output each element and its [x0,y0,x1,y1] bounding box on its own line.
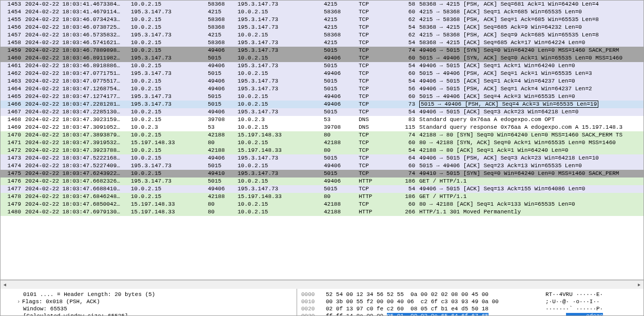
col-len: 54 [402,77,419,85]
packet-row[interactable]: 14562024-02-22 18:03:46.0738725…10.0.2.1… [1,24,643,31]
col-info: 5015 → 49406 [PSH, ACK] Seq=1 Ack=1 Win=… [419,70,643,77]
packet-row[interactable]: 14762024-02-22 18:03:47.6682326…195.3.14… [1,177,643,185]
packet-row[interactable]: 14712024-02-22 18:03:47.3919532…15.197.1… [1,139,643,147]
col-info: 58368 → 4215 [ACK] Seq=685 Ack=9 Win=642… [419,24,643,31]
col-src: 195.3.147.73 [131,54,208,62]
packet-row[interactable]: 14532024-02-22 18:03:41.4673384…10.0.2.1… [1,1,643,8]
scroll-left-icon[interactable]: ◄ [1,281,9,289]
col-proto: TCP [359,1,402,8]
col-dport: 4215 [324,39,359,47]
scroll-right-icon[interactable]: ► [635,281,643,289]
packet-row[interactable]: 14572024-02-22 18:03:46.5735832…195.3.14… [1,31,643,39]
packet-row[interactable]: 14582024-02-22 18:03:46.5741621…10.0.2.1… [1,39,643,47]
packet-row[interactable]: 14702024-02-22 18:03:47.3893879…10.0.2.1… [1,131,643,139]
col-proto: HTTP [359,193,402,201]
packet-row[interactable]: 14802024-02-22 18:03:47.6979130…15.197.1… [1,208,643,216]
col-len: 54 [402,39,419,47]
col-dst: 195.3.147.73 [238,170,324,177]
hex-ascii: ;·U··@· ·o···I·· [545,298,600,305]
col-len: 186 [402,177,419,185]
expander-icon[interactable]: › [17,298,22,305]
packet-list[interactable]: 14532024-02-22 18:03:41.4673384…10.0.2.1… [1,1,643,280]
col-info: 5015 → 49406 [ACK] Seq=4 Ack=3 Win=65535… [419,93,643,101]
col-len: 62 [402,16,419,24]
col-time: 2024-02-22 18:03:47.6243922… [25,170,131,177]
col-proto: TCP [359,47,402,54]
packet-row[interactable]: 14772024-02-22 18:03:47.6688410…10.0.2.1… [1,185,643,193]
col-info: 58368 → 4215 [PSH, ACK] Seq=681 Ack=1 Wi… [419,1,643,8]
col-dst: 10.0.2.15 [238,101,324,108]
col-dst: 10.0.2.15 [238,162,324,170]
col-len: 64 [402,154,419,162]
packet-row[interactable]: 14792024-02-22 18:03:47.6850042…15.197.1… [1,201,643,208]
hex-row[interactable]: 002002 0f 13 97 c0 fe c2 60 08 05 cf b1 … [301,305,639,312]
packet-row[interactable]: 14592024-02-22 18:03:46.7889898…10.0.2.1… [1,47,643,54]
hex-dump-pane[interactable]: 000052 54 00 12 34 56 52 55 0a 00 02 02 … [297,289,643,316]
col-dst: 15.197.148.33 [238,147,324,154]
col-dst: 195.3.147.73 [238,85,324,93]
col-info: 49406 → 5015 [PSH, ACK] Seq=3 Ack=23 Win… [419,154,643,162]
col-info: 49406 → 5015 [ACK] Seq=1 Ack=4 Win=64237… [419,77,643,85]
hex-ascii: RT··4VRU ······E· [545,291,603,298]
packet-row[interactable]: 14742024-02-22 18:03:47.5227409…195.3.14… [1,162,643,170]
col-src: 10.0.2.15 [131,16,208,24]
col-src: 10.0.2.3 [131,124,208,131]
col-info: 49406 → 5015 [PSH, ACK] Seq=1 Ack=4 Win=… [419,85,643,93]
col-dst: 195.3.147.73 [238,47,324,54]
col-time: 2024-02-22 18:03:47.3923788… [25,147,131,154]
packet-row[interactable]: 14682024-02-22 18:03:47.3023159…10.0.2.1… [1,116,643,124]
col-no: 1469 [2,124,25,131]
col-time: 2024-02-22 18:03:47.5222168… [25,154,131,162]
col-dport: 80 [324,193,359,201]
packet-row[interactable]: 14622024-02-22 18:03:47.0771751…195.3.14… [1,70,643,77]
packet-row[interactable]: 14642024-02-22 18:03:47.1268754…10.0.2.1… [1,85,643,93]
col-dport: 49406 [324,70,359,77]
col-dport: 42188 [324,208,359,216]
col-len: 54 [402,24,419,31]
packet-row[interactable]: 14662024-02-22 18:03:47.2281281…195.3.14… [1,101,643,108]
packet-row[interactable]: 14602024-02-22 18:03:46.8911982…195.3.14… [1,54,643,62]
horizontal-scrollbar[interactable]: ◄ ► [1,280,643,289]
col-time: 2024-02-22 18:03:47.1274177… [25,93,131,101]
packet-row[interactable]: 14732024-02-22 18:03:47.5222168…10.0.2.1… [1,154,643,162]
packet-row[interactable]: 14692024-02-22 18:03:47.3091052…10.0.2.3… [1,124,643,131]
detail-header-length[interactable]: 0101 .... = Header Length: 20 bytes (5) [5,291,292,298]
col-sport: 4215 [208,31,238,39]
col-time: 2024-02-22 18:03:47.6682326… [25,177,131,185]
col-dport: 5015 [324,47,359,54]
col-sport: 80 [208,201,238,208]
col-info: 49406 → 5015 [ACK] Seq=1 Ack=1 Win=64240… [419,62,643,70]
packet-row[interactable]: 14752024-02-22 18:03:47.6243922…10.0.2.1… [1,170,643,177]
col-dport: 42188 [324,201,359,208]
col-proto: TCP [359,39,402,47]
col-src: 10.0.2.15 [131,108,208,116]
col-src: 10.0.2.15 [131,47,208,54]
packet-row[interactable]: 14552024-02-22 18:03:46.0734243…10.0.2.1… [1,16,643,24]
col-dst: 10.0.2.15 [238,139,324,147]
hex-row[interactable]: 001000 3b 00 55 f2 00 00 40 06 c2 6f c3 … [301,298,639,305]
col-proto: TCP [359,54,402,62]
packet-row[interactable]: 14782024-02-22 18:03:47.6846248…10.0.2.1… [1,193,643,201]
packet-row[interactable]: 14722024-02-22 18:03:47.3923788…10.0.2.1… [1,147,643,154]
col-proto: TCP [359,16,402,24]
detail-calc-window[interactable]: [Calculated window size: 65535] [5,312,292,316]
col-proto: TCP [359,70,402,77]
detail-window[interactable]: Window: 65535 [5,305,292,312]
col-sport: 5015 [208,93,238,101]
hex-row[interactable]: 0030ff ff 14 8e 00 00 05 01 00 03 0c 65 … [301,312,639,316]
packet-row[interactable]: 14632024-02-22 18:03:47.0775517…10.0.2.1… [1,77,643,85]
packet-details-pane[interactable]: 0101 .... = Header Length: 20 bytes (5) … [1,289,297,316]
packet-row[interactable]: 14652024-02-22 18:03:47.1274177…195.3.14… [1,93,643,101]
col-proto: TCP [359,31,402,39]
col-no: 1465 [2,93,25,101]
packet-row[interactable]: 14672024-02-22 18:03:47.2285130…10.0.2.1… [1,108,643,116]
col-sport: 53 [208,124,238,131]
col-info: 49406 → 5015 [SYN] Seq=0 Win=64240 Len=0… [419,47,643,54]
hex-row[interactable]: 000052 54 00 12 34 56 52 55 0a 00 02 02 … [301,291,639,298]
detail-flags[interactable]: ›Flags: 0x018 (PSH, ACK) [5,298,292,305]
col-dport: 4215 [324,1,359,8]
col-info: 5015 → 49406 [PSH, ACK] Seq=4 Ack=3 Win=… [419,101,643,108]
col-src: 15.197.148.33 [131,139,208,147]
packet-row[interactable]: 14542024-02-22 18:03:41.4679114…195.3.14… [1,8,643,16]
packet-row[interactable]: 14612024-02-22 18:03:46.8918886…10.0.2.1… [1,62,643,70]
